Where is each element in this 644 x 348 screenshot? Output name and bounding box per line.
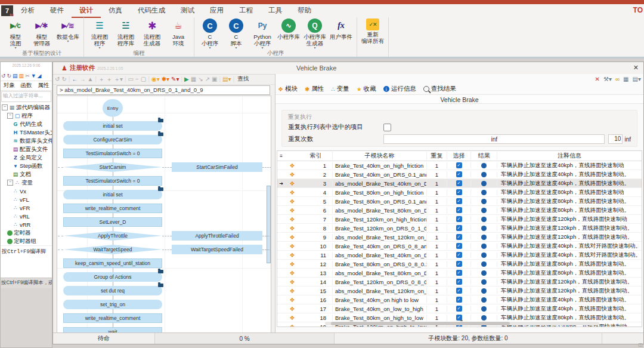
tree-item-定时器组[interactable]: 定时器组 xyxy=(1,237,52,245)
cell-repeat[interactable]: 1 xyxy=(427,270,447,276)
repeat-checkbox[interactable] xyxy=(383,124,391,131)
ribbon-tab-4[interactable]: 仿真 xyxy=(101,4,130,18)
cell-repeat[interactable]: 1 xyxy=(427,198,447,205)
data-warehouse-button[interactable]: 数据仓库▾ xyxy=(55,17,81,43)
left-tab-函数[interactable]: 函数 xyxy=(18,81,35,90)
cell-name[interactable]: Brake_Test_80km_on_DRS_0_8_0.1 xyxy=(333,261,427,267)
cell-repeat[interactable]: 1 xyxy=(427,297,447,303)
collapse-handle-icon[interactable]: ▲ xyxy=(460,318,464,322)
cell-repeat[interactable]: 1 xyxy=(427,261,447,267)
window-titlebar[interactable]: ♟ 注册软件 2025.2.26 1:05 Vehicle Brake ✕ xyxy=(53,62,643,75)
flowchart-program-button[interactable]: 流程图程序▾ xyxy=(86,17,113,50)
table-row-13[interactable]: ❖13abs_model_Brake_Test_80km_on_DRS_01✓车… xyxy=(277,269,642,278)
checkbox-checked-icon[interactable]: ✓ xyxy=(456,198,462,204)
flowchart-library-button[interactable]: 流程图程序库 xyxy=(113,17,139,47)
cell-repeat[interactable]: 1 xyxy=(427,216,447,223)
table-row-2[interactable]: ❖2Brake_Test_40km_on_DRS_0.1_and_0.81✓车辆… xyxy=(277,170,642,179)
header-select[interactable]: 选择 xyxy=(447,152,471,160)
ribbon-tab-2[interactable]: 硬件 xyxy=(42,4,72,18)
expander-icon[interactable]: − xyxy=(2,104,8,110)
flow-node-set_trig_on[interactable]: set_trig_on xyxy=(63,300,162,309)
header-comment[interactable]: 注释信息 xyxy=(497,152,642,160)
checkbox-checked-icon[interactable]: ✓ xyxy=(456,261,462,267)
checkbox-checked-icon[interactable]: ✓ xyxy=(456,243,462,249)
nav-up-icon[interactable]: ▲ xyxy=(87,76,93,82)
checkbox-checked-icon[interactable]: ✓ xyxy=(456,162,462,168)
checkbox-checked-icon[interactable]: ✓ xyxy=(456,270,462,276)
redo-icon[interactable]: ↻ xyxy=(7,73,12,79)
user-event-button[interactable]: 用户事件 xyxy=(328,17,354,40)
tree-item-vRL[interactable]: vRL xyxy=(1,212,52,220)
find-label[interactable]: 查找 xyxy=(237,75,249,83)
close-icon[interactable]: ✕ xyxy=(595,76,600,82)
model-manager-button[interactable]: 模型管理器 xyxy=(29,17,55,47)
panel-tab-查找结果[interactable]: 查找结果 xyxy=(423,85,456,93)
table-row-11[interactable]: ❖11abs_model_Brake_Test_40km_on_DRS_01✓车… xyxy=(277,251,642,260)
checkbox-checked-icon[interactable]: ✓ xyxy=(456,297,462,303)
cell-name[interactable]: abs_model_Brake_Test_120km_on_DRS_ xyxy=(333,234,427,241)
cell-name[interactable]: abs_model_Brake_Test_80km_on_DRS_0 xyxy=(333,207,427,214)
checkbox-checked-icon[interactable]: ✓ xyxy=(456,216,462,222)
table-row-1[interactable]: ❖1Brake_Test_40km_on_high_friction1✓车辆从静… xyxy=(277,161,642,170)
sort-down-icon[interactable]: ▼ xyxy=(31,73,36,79)
header-index[interactable]: 索引 xyxy=(299,152,333,160)
document-icon[interactable]: ▤ xyxy=(13,73,18,79)
flow-node-Entry[interactable]: Entry xyxy=(103,99,123,117)
cell-repeat[interactable]: 1 xyxy=(427,189,447,196)
flow-node-StartCarSimFailed[interactable]: StartCarSimFailed xyxy=(172,162,262,172)
cell-repeat[interactable]: 1 xyxy=(427,180,447,187)
tree-item-vRR[interactable]: vRR xyxy=(1,220,52,229)
c-script-button[interactable]: C脚本▾ xyxy=(223,17,249,50)
modify[interactable]: ✎▾ xyxy=(171,76,179,82)
cell-name[interactable]: Brake_Test_120km_on_DRS_0_1_0.8 xyxy=(333,225,427,232)
flow-node-set-dut-req[interactable]: set dut req xyxy=(63,286,162,295)
cell-name[interactable]: Brake_Test_40km_on_DRS_0_8_and_0_1 xyxy=(333,243,427,250)
tree-item-配置头文件[interactable]: 配置头文件 xyxy=(1,145,52,153)
table-row-14[interactable]: ❖14Brake_Test_120km_on_DRS_0_8_0.11✓车辆从静… xyxy=(277,278,642,287)
repeat-count-input[interactable]: inf xyxy=(383,134,605,144)
tree-item-全局定义[interactable]: 全局定义 xyxy=(1,153,52,162)
undo-icon[interactable]: ↺ xyxy=(1,73,6,79)
scrollbar-thumb[interactable] xyxy=(331,322,510,325)
cell-name[interactable]: Brake_Test_40km_on_high_friction xyxy=(333,162,427,169)
cell-name[interactable]: Brake_Test_80km_on_DRS_0.1_and_0.8 xyxy=(333,198,427,205)
close-icon[interactable]: ✕ xyxy=(633,64,639,72)
app-logo[interactable]: 764 xyxy=(1,5,13,16)
tree-item-数据库头文件[interactable]: 数据库头文件 xyxy=(1,137,52,145)
cell-repeat[interactable]: 1 xyxy=(427,207,447,214)
ribbon-tab-3[interactable]: 设计 xyxy=(72,4,101,18)
expander-icon[interactable]: − xyxy=(7,180,13,186)
settings[interactable]: ✱▾ xyxy=(162,76,169,82)
cell-name[interactable]: abs_model_Brake_Test_120km_on_DRS_ xyxy=(333,288,427,294)
panel-tab-属性[interactable]: 属性 xyxy=(305,85,324,93)
table-row-16[interactable]: ❖16Brake_Test_40km_on high to low1✓车辆从静止… xyxy=(277,295,642,304)
model-flow-button[interactable]: 模型流图▾ xyxy=(2,17,29,50)
paste-icon[interactable]: ▥ xyxy=(19,73,24,79)
left-tab-属性[interactable]: 属性 xyxy=(35,81,52,90)
panel-tab-运行信息[interactable]: 运行信息 xyxy=(383,85,416,93)
checkbox-checked-icon[interactable]: ✓ xyxy=(456,288,462,294)
flowchart-canvas[interactable]: Entryinitial setConfigureCarSimTestSimul… xyxy=(57,96,271,333)
expander-icon[interactable]: − xyxy=(7,113,13,119)
collapse-icon[interactable]: ▭ xyxy=(128,76,134,82)
link-icon[interactable]: ∞ xyxy=(615,76,620,82)
add-more-icon[interactable]: ＋▾ xyxy=(114,75,123,84)
applet-library-button[interactable]: 小程序库 xyxy=(275,17,302,40)
header-name[interactable]: 子模块名称 xyxy=(333,152,427,160)
cell-repeat[interactable]: 1 xyxy=(427,225,447,232)
ribbon-tab-9[interactable]: 工具 xyxy=(261,4,290,18)
log[interactable]: ▤▾ xyxy=(222,76,231,82)
checkbox-checked-icon[interactable]: ✓ xyxy=(456,207,462,213)
tree-item-源代码编辑器[interactable]: −源代码编辑器 xyxy=(1,103,52,112)
cell-repeat[interactable]: 1 xyxy=(427,279,447,285)
pause-icon[interactable]: ▣ xyxy=(212,76,217,82)
flow-node-WaitTargetSpeed[interactable]: WaitTargetSpeed xyxy=(63,245,162,254)
checkbox-checked-icon[interactable]: ✓ xyxy=(456,180,462,186)
flow-node-ApplyThrottleFailed[interactable]: ApplyThrottleFailed xyxy=(172,231,262,241)
undo-icon[interactable]: ↺ xyxy=(55,76,60,82)
copy-icon[interactable]: ▤▾ xyxy=(633,76,641,82)
corner-icon[interactable]: ◢ xyxy=(38,73,42,79)
breadcrumb[interactable]: > abs_model_Brake_Test_40km_on_DRS_0_1_a… xyxy=(57,85,270,95)
cell-name[interactable]: Brake_Test_40km_on high to low xyxy=(333,297,427,303)
table-row-10[interactable]: ❖10Brake_Test_40km_on_DRS_0_8_and_0_11✓车… xyxy=(277,242,642,251)
